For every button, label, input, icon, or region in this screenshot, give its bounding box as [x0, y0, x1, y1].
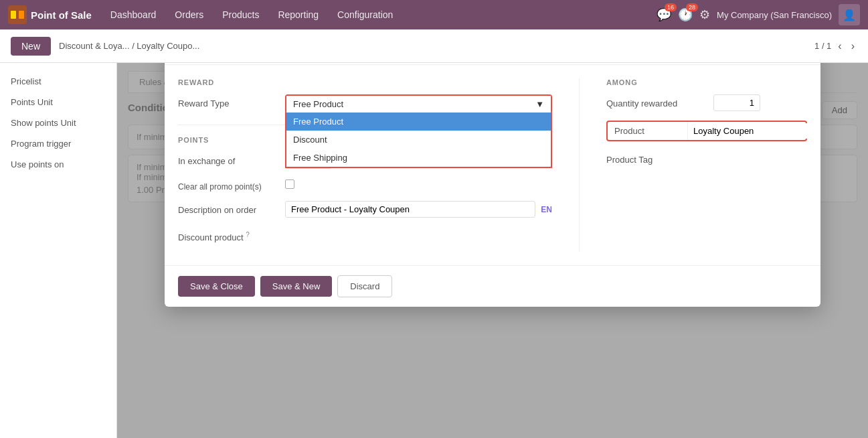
reward-section: REWARD Reward Type Free Product ▼ [178, 78, 552, 252]
product-label: Product [608, 122, 688, 140]
nav-products[interactable]: Products [214, 5, 267, 24]
page-count: 1 / 1 [814, 41, 831, 51]
reward-type-value: Free Product ▼ Free Product Discount Fre… [285, 94, 552, 114]
clear-promo-label: Clear all promo point(s) [178, 178, 285, 192]
quantity-field: Quantity rewarded [606, 94, 807, 111]
reward-type-current: Free Product [293, 99, 343, 109]
subheader: New Discount & Loya... / Loyalty Coupo..… [0, 29, 868, 63]
user-avatar[interactable]: 👤 [839, 4, 860, 25]
nav-dashboard[interactable]: Dashboard [102, 5, 165, 24]
reward-type-dropdown-container: Free Product ▼ Free Product Discount Fre… [285, 94, 552, 114]
topnav-right: 💬 16 🕐 28 ⚙ My Company (San Francisco) 👤 [657, 4, 860, 25]
product-input[interactable] [688, 123, 811, 139]
reward-type-select[interactable]: Free Product ▼ [286, 96, 551, 113]
messages-badge: 16 [665, 3, 677, 11]
create-rewards-modal: Create Rewards ✕ REWARD Reward Type [165, 63, 820, 307]
company-name: My Company (San Francisco) [717, 10, 832, 20]
description-label: Description on order [178, 201, 285, 215]
in-exchange-label: In exchange of [178, 152, 285, 166]
pagination: 1 / 1 ‹ › [814, 39, 857, 54]
option-free-shipping[interactable]: Free Shipping [286, 149, 551, 167]
modal-overlay: Create Rewards ✕ REWARD Reward Type [117, 63, 868, 438]
modal-footer: Save & Close Save & New Discard [165, 265, 820, 307]
svg-rect-1 [11, 11, 16, 19]
brand-name: Point of Sale [31, 9, 92, 21]
nav-orders[interactable]: Orders [167, 5, 211, 24]
sidebar: Pricelist Points Unit Show points Unit P… [0, 63, 117, 438]
sidebar-item-program-trigger[interactable]: Program trigger [0, 133, 116, 154]
save-close-button[interactable]: Save & Close [178, 276, 255, 297]
quantity-value-area [713, 94, 807, 111]
product-field-container: Product [606, 121, 807, 141]
brand-logo[interactable]: Point of Sale [8, 5, 92, 24]
breadcrumb: Discount & Loya... / Loyalty Coupo... [59, 41, 199, 51]
sidebar-item-pricelist[interactable]: Pricelist [0, 71, 116, 92]
en-badge[interactable]: EN [541, 205, 552, 214]
next-arrow[interactable]: › [849, 39, 857, 54]
clear-promo-checkbox[interactable] [285, 179, 294, 189]
svg-rect-2 [19, 11, 24, 19]
option-free-product[interactable]: Free Product [286, 113, 551, 131]
product-field-wrapper: Product [606, 121, 807, 141]
reward-type-field: Reward Type Free Product ▼ Free Product [178, 94, 552, 114]
discount-product-label: Discount product ? [178, 227, 285, 242]
nav-configuration[interactable]: Configuration [329, 5, 401, 24]
discard-button[interactable]: Discard [337, 275, 392, 297]
modal-body: REWARD Reward Type Free Product ▼ [165, 65, 820, 265]
option-discount[interactable]: Discount [286, 131, 551, 149]
discount-product-label-text: Discount product [178, 232, 244, 242]
prev-arrow[interactable]: ‹ [835, 39, 844, 54]
new-button[interactable]: New [11, 37, 51, 56]
activities-icon[interactable]: 🕐 28 [678, 7, 693, 22]
sidebar-item-show-points[interactable]: Show points Unit [0, 113, 116, 133]
reward-type-dropdown: Free Product Discount Free Shipping [285, 113, 552, 168]
quantity-input[interactable] [713, 94, 760, 111]
among-section: AMONG Quantity rewarded Product [606, 78, 807, 252]
sidebar-item-use-points[interactable]: Use points on [0, 154, 116, 175]
main-content: Pricelist Points Unit Show points Unit P… [0, 63, 868, 438]
page-area: Rules & Rewards Conditional rule Add If … [117, 63, 868, 438]
vertical-divider [579, 78, 580, 252]
sidebar-item-points-unit[interactable]: Points Unit [0, 92, 116, 113]
save-new-button[interactable]: Save & New [260, 276, 333, 297]
reward-type-label: Reward Type [178, 94, 285, 108]
description-field: Description on order EN [178, 201, 552, 218]
discount-product-field: Discount product ? [178, 227, 552, 242]
activities-badge: 28 [686, 3, 698, 11]
clear-promo-value [285, 178, 552, 189]
dropdown-arrow-icon: ▼ [535, 99, 544, 109]
settings-icon[interactable]: ⚙ [699, 7, 710, 22]
messages-icon[interactable]: 💬 16 [657, 7, 671, 22]
nav-reporting[interactable]: Reporting [270, 5, 327, 24]
reward-section-label: REWARD [178, 78, 552, 86]
pos-icon [8, 5, 27, 24]
product-tag-field: Product Tag [606, 151, 807, 165]
among-section-label: AMONG [606, 78, 807, 86]
clear-promo-field: Clear all promo point(s) [178, 178, 552, 192]
quantity-label: Quantity rewarded [606, 94, 713, 108]
product-tag-label: Product Tag [606, 151, 713, 165]
description-input[interactable] [285, 201, 535, 218]
description-value-area: EN [285, 201, 552, 218]
nav-menu: Dashboard Orders Products Reporting Conf… [102, 5, 646, 24]
top-navigation: Point of Sale Dashboard Orders Products … [0, 0, 868, 29]
